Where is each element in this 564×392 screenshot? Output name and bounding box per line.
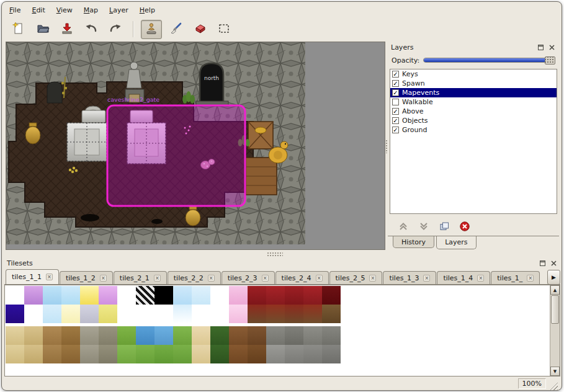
tileset-tile[interactable] [173, 305, 192, 323]
tileset-tile[interactable] [248, 326, 266, 345]
map-selection-rect[interactable] [107, 105, 245, 206]
menu-item-help[interactable]: Help [135, 4, 160, 16]
tileset-tile[interactable] [285, 326, 303, 345]
tileset-tile[interactable] [80, 305, 99, 323]
stamp-tool-button[interactable] [141, 20, 162, 39]
layer-visibility-checkbox[interactable]: ✓ [392, 127, 399, 133]
tileset-tile[interactable] [154, 345, 173, 363]
tileset-tab-tiles_2_2[interactable]: tiles_2_2× [168, 271, 221, 284]
scrollbar-track[interactable] [550, 324, 560, 367]
tab-close-icon[interactable]: × [154, 275, 161, 282]
tileset-tile[interactable] [266, 286, 285, 305]
undo-button[interactable] [81, 20, 102, 39]
layer-row-objects[interactable]: ✓Objects [390, 116, 557, 125]
tileset-tile[interactable] [99, 326, 117, 345]
tileset-tile[interactable] [303, 305, 322, 323]
tileset-tile[interactable] [192, 345, 210, 363]
tileset-tile[interactable] [322, 305, 341, 323]
tileset-tab-tiles_2_3[interactable]: tiles_2_3× [222, 271, 275, 284]
tileset-tab-tiles_1_1[interactable]: tiles_1_1× [6, 269, 59, 285]
scrollbar-thumb[interactable] [551, 295, 559, 324]
opacity-slider[interactable] [423, 55, 555, 65]
layer-visibility-checkbox[interactable]: ✓ [392, 89, 399, 96]
tileset-tab-tiles_1_2[interactable]: tiles_1_2× [60, 271, 113, 284]
tileset-tile[interactable] [6, 286, 24, 305]
brush-tool-button[interactable] [165, 20, 186, 39]
tileset-tab-tiles_2_1[interactable]: tiles_2_1× [114, 271, 167, 284]
dock-close-button[interactable] [549, 259, 558, 267]
tileset-tile[interactable] [248, 305, 266, 323]
tileset-tile[interactable] [229, 345, 248, 363]
tileset-tile[interactable] [61, 286, 80, 305]
tab-close-icon[interactable]: × [369, 275, 376, 282]
layer-visibility-checkbox[interactable]: ✓ [392, 108, 399, 115]
tileset-tile[interactable] [61, 345, 80, 363]
tileset-tile[interactable] [6, 326, 24, 345]
layer-row-walkable[interactable]: Walkable [390, 97, 557, 107]
tileset-tile[interactable] [99, 286, 117, 305]
tileset-tile[interactable] [117, 345, 136, 363]
dock-float-button[interactable] [538, 259, 547, 267]
redo-button[interactable] [105, 20, 126, 39]
layer-row-ground[interactable]: ✓Ground [390, 125, 557, 135]
tileset-tile[interactable] [303, 326, 322, 345]
scroll-up-button[interactable]: ▲ [550, 285, 560, 295]
tileset-tile[interactable] [80, 326, 99, 345]
tileset-scrollbar[interactable]: ▲ ▼ [550, 285, 560, 376]
layer-row-above[interactable]: ✓Above [390, 107, 557, 116]
tileset-tile[interactable] [6, 305, 24, 323]
tileset-tile[interactable] [322, 326, 341, 345]
new-file-button[interactable] [8, 20, 29, 39]
dock-tab-history[interactable]: History [393, 236, 434, 248]
tileset-tile[interactable] [322, 345, 341, 363]
menu-item-edit[interactable]: Edit [27, 4, 50, 16]
tileset-tile[interactable] [210, 286, 229, 305]
tileset-tile[interactable] [80, 345, 99, 363]
tab-close-icon[interactable]: × [208, 275, 215, 282]
delete-layer-button[interactable] [459, 220, 471, 233]
splitter-handle[interactable] [267, 252, 283, 256]
resize-grip[interactable] [549, 382, 558, 391]
tileset-tile[interactable] [61, 305, 80, 323]
tileset-tile[interactable] [266, 326, 285, 345]
eraser-tool-button[interactable] [189, 20, 210, 39]
menu-item-map[interactable]: Map [79, 4, 103, 16]
layer-visibility-checkbox[interactable]: ✓ [392, 71, 399, 78]
menu-item-view[interactable]: View [51, 4, 78, 16]
tab-close-icon[interactable]: × [46, 274, 53, 280]
menu-item-layer[interactable]: Layer [104, 4, 133, 16]
tileset-tile[interactable] [43, 286, 61, 305]
tileset-tile[interactable] [43, 305, 61, 323]
layer-visibility-checkbox[interactable]: ✓ [392, 117, 399, 124]
tab-close-icon[interactable]: × [423, 275, 430, 282]
open-button[interactable] [32, 20, 53, 39]
map-canvas[interactable]: caveshrine2_gate north [6, 42, 385, 250]
tileset-tile[interactable] [117, 286, 136, 305]
tab-close-icon[interactable]: × [262, 275, 269, 282]
tileset-tile[interactable] [24, 326, 43, 345]
tileset-tile[interactable] [24, 345, 43, 363]
lower-layer-button[interactable] [418, 220, 430, 233]
tileset-tile[interactable] [266, 345, 285, 363]
tileset-tile[interactable] [192, 286, 210, 305]
tileset-tab-tiles_1_[interactable]: tiles_1_× [491, 271, 540, 284]
tileset-tile[interactable] [210, 326, 229, 345]
save-button[interactable] [56, 20, 78, 39]
tileset-tile[interactable] [173, 345, 192, 363]
select-tool-button[interactable] [213, 20, 235, 39]
tileset-tile[interactable] [6, 345, 24, 363]
tileset-tile[interactable] [154, 326, 173, 345]
tileset-tile[interactable] [173, 326, 192, 345]
dock-close-button[interactable] [547, 43, 556, 51]
layer-row-mapevents[interactable]: ✓Mapevents [390, 88, 557, 97]
tileset-tab-tiles_2_4[interactable]: tiles_2_4× [275, 271, 329, 284]
tileset-tile[interactable] [117, 326, 136, 345]
tileset-tab-tiles_2_5[interactable]: tiles_2_5× [329, 271, 383, 284]
tileset-tile[interactable] [322, 286, 341, 305]
tileset-tile[interactable] [210, 345, 229, 363]
tileset-tile[interactable] [285, 305, 303, 323]
tileset-tile[interactable] [154, 305, 173, 323]
raise-layer-button[interactable] [397, 220, 410, 233]
tileset-tile[interactable] [303, 286, 322, 305]
tileset-tile[interactable] [248, 345, 266, 363]
